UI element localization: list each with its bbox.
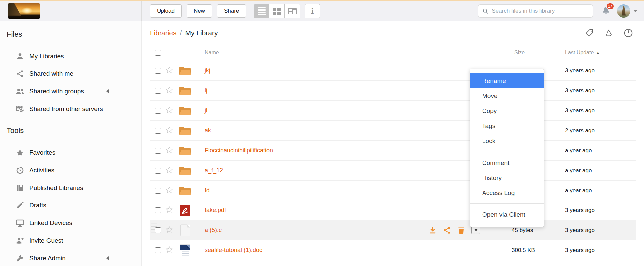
menu-item-tags[interactable]: Tags: [470, 118, 544, 133]
info-icon: i: [311, 7, 314, 15]
folder-icon: [179, 86, 191, 95]
file-row[interactable]: a_f_12a year ago: [150, 161, 636, 181]
file-name-link[interactable]: jl: [205, 107, 207, 114]
menu-item-comment[interactable]: Comment: [470, 155, 544, 170]
sidebar: Files My Libraries Shared with me Shared…: [0, 21, 142, 266]
favorite-star-icon[interactable]: [165, 86, 173, 95]
favorite-star-icon[interactable]: [165, 166, 173, 175]
delete-icon[interactable]: [457, 226, 466, 234]
recycle-icon[interactable]: [604, 28, 613, 38]
column-header-size[interactable]: Size: [514, 50, 525, 56]
file-name-link[interactable]: ak: [205, 127, 211, 134]
column-header-last-update[interactable]: Last Update ▲: [565, 50, 600, 56]
menu-item-move[interactable]: Move: [470, 88, 544, 103]
folder-icon: [179, 146, 191, 155]
folder-icon: [179, 106, 191, 115]
menu-item-lock[interactable]: Lock: [470, 133, 544, 148]
wrench-icon: [15, 254, 25, 262]
collapse-caret-icon[interactable]: [106, 89, 109, 94]
file-row[interactable]: fda year ago: [150, 181, 636, 200]
sidebar-item-my-libraries[interactable]: My Libraries: [0, 47, 141, 65]
history-icon[interactable]: [623, 28, 633, 38]
info-button[interactable]: i: [305, 4, 320, 18]
breadcrumb-libraries-link[interactable]: Libraries: [150, 29, 177, 37]
menu-item-open-via-client[interactable]: Open via Client: [470, 207, 544, 222]
file-row[interactable]: lj3 years ago: [150, 81, 636, 101]
share-button[interactable]: Share: [217, 4, 246, 18]
row-checkbox[interactable]: [155, 128, 161, 134]
grid-view-button[interactable]: [269, 4, 285, 18]
row-checkbox[interactable]: [155, 188, 161, 194]
sidebar-section-files: Files: [7, 30, 141, 39]
favorite-star-icon[interactable]: [165, 206, 173, 215]
history-clock-icon: [15, 166, 25, 174]
file-row[interactable]: fake.pdf3 years ago: [150, 200, 636, 220]
select-all-checkbox[interactable]: [155, 50, 161, 56]
pencil-icon: [15, 201, 25, 209]
file-name-link[interactable]: jkj: [205, 67, 210, 74]
sidebar-item-activities[interactable]: Activities: [0, 161, 141, 179]
user-icon: [15, 52, 25, 60]
share-icon[interactable]: [443, 226, 451, 234]
sidebar-item-label: Invite Guest: [29, 237, 63, 244]
file-row[interactable]: jl3 years ago: [150, 101, 636, 121]
file-last-update: 3 years ago: [565, 227, 595, 234]
file-row[interactable]: jkj3 years ago: [150, 61, 636, 81]
site-logo[interactable]: [8, 3, 40, 19]
file-name-link[interactable]: lj: [205, 87, 207, 94]
file-row[interactable]: seafile-tutorial (1).doc300.5 KB3 years …: [150, 240, 636, 260]
file-name-link[interactable]: a (5).c: [205, 227, 222, 234]
sidebar-item-drafts[interactable]: Drafts: [0, 197, 141, 214]
favorite-star-icon[interactable]: [165, 246, 173, 255]
menu-item-access-log[interactable]: Access Log: [470, 185, 544, 200]
row-checkbox[interactable]: [155, 207, 161, 213]
notifications-button[interactable]: 17: [602, 6, 610, 16]
sidebar-item-shared-with-groups[interactable]: Shared with groups: [0, 82, 141, 100]
detail-view-button[interactable]: [285, 4, 300, 18]
favorite-star-icon[interactable]: [165, 106, 173, 115]
favorite-star-icon[interactable]: [165, 66, 173, 75]
new-button[interactable]: New: [187, 4, 212, 18]
favorite-star-icon[interactable]: [165, 146, 173, 155]
favorite-star-icon[interactable]: [165, 126, 173, 135]
file-row[interactable]: Floccinaucinihilipilificationa year ago: [150, 141, 636, 161]
row-checkbox[interactable]: [155, 88, 161, 94]
tags-icon[interactable]: [585, 28, 594, 38]
sidebar-item-published-libraries[interactable]: Published Libraries: [0, 179, 141, 197]
file-name-link[interactable]: Floccinaucinihilipilification: [205, 147, 273, 154]
row-checkbox[interactable]: [155, 68, 161, 74]
row-checkbox[interactable]: [155, 108, 161, 114]
sidebar-item-shared-from-other-servers[interactable]: Shared from other servers: [0, 100, 141, 118]
file-name-link[interactable]: fake.pdf: [205, 207, 226, 214]
sidebar-item-invite-guest[interactable]: Invite Guest: [0, 232, 141, 249]
sidebar-item-share-admin[interactable]: Share Admin: [0, 249, 141, 266]
file-name-link[interactable]: seafile-tutorial (1).doc: [205, 247, 262, 254]
menu-item-rename[interactable]: Rename: [470, 73, 544, 88]
file-row[interactable]: ak2 years ago: [150, 121, 636, 141]
upload-button[interactable]: Upload: [150, 4, 182, 18]
download-icon[interactable]: [428, 226, 437, 234]
row-checkbox[interactable]: [155, 227, 161, 233]
row-checkbox[interactable]: [155, 168, 161, 174]
account-menu-caret-icon[interactable]: [633, 10, 637, 12]
menu-item-copy[interactable]: Copy: [470, 103, 544, 118]
sidebar-section-tools: Tools: [7, 126, 141, 135]
file-row[interactable]: a (5).c45 bytes3 years ago: [150, 220, 636, 240]
row-checkbox[interactable]: [155, 247, 161, 253]
sidebar-item-linked-devices[interactable]: Linked Devices: [0, 214, 141, 232]
user-avatar[interactable]: [617, 4, 630, 18]
menu-item-history[interactable]: History: [470, 170, 544, 185]
favorite-star-icon[interactable]: [165, 186, 173, 195]
favorite-star-icon[interactable]: [165, 226, 173, 235]
sidebar-item-favorites[interactable]: Favorites: [0, 144, 141, 161]
collapse-caret-icon[interactable]: [106, 256, 109, 261]
row-checkbox[interactable]: [155, 148, 161, 154]
sidebar-item-shared-with-me[interactable]: Shared with me: [0, 65, 141, 82]
search-input[interactable]: [492, 8, 588, 14]
list-view-button[interactable]: [254, 4, 269, 18]
file-name-link[interactable]: a_f_12: [205, 167, 223, 174]
more-actions-dropdown[interactable]: [471, 226, 480, 234]
search-box: [478, 4, 593, 18]
column-header-name[interactable]: Name: [205, 50, 219, 56]
file-name-link[interactable]: fd: [205, 187, 210, 194]
